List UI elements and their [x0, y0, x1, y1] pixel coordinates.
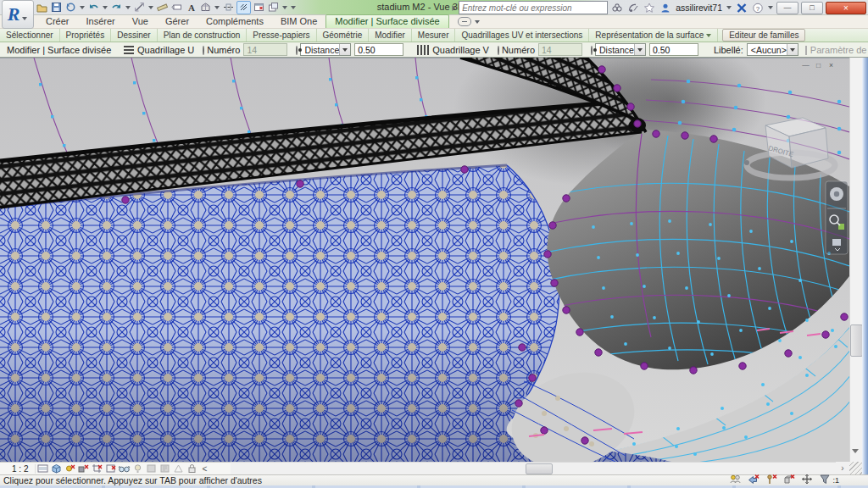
tab-bim-one[interactable]: BIM One: [272, 15, 326, 28]
ribbon-tab-bar: Créer Insérer Vue Gérer Compléments BIM …: [0, 15, 868, 29]
minimize-button[interactable]: —: [776, 2, 798, 14]
tag-icon[interactable]: [170, 2, 183, 14]
grid-v-distance-select[interactable]: Distance: [595, 43, 646, 56]
3d-viewport[interactable]: DROITE: [0, 58, 849, 462]
sync-dropdown-icon[interactable]: [80, 6, 85, 9]
panel-geometrie[interactable]: Géométrie: [317, 29, 370, 42]
svg-text:?: ?: [756, 4, 760, 12]
favorites-icon[interactable]: [643, 2, 656, 14]
panel-plan-de-construction[interactable]: Plan de construction: [158, 29, 248, 42]
panel-modifier[interactable]: Modifier: [369, 29, 412, 42]
section-icon[interactable]: [222, 2, 235, 14]
grid-u-distance-input[interactable]: [354, 43, 403, 56]
svg-text:A: A: [188, 3, 195, 13]
grid-v-distance-input[interactable]: [649, 43, 698, 56]
close-button[interactable]: ×: [826, 2, 866, 14]
username-dropdown-icon[interactable]: [726, 6, 732, 9]
panel-presse-papiers[interactable]: Presse-papiers: [247, 29, 316, 42]
horizontal-scrollbar-thumb[interactable]: [526, 463, 553, 474]
tab-inserer[interactable]: Insérer: [78, 15, 124, 28]
dimension-dropdown-icon[interactable]: [148, 6, 153, 9]
detail-level-icon[interactable]: [36, 463, 49, 474]
sync-icon[interactable]: [64, 2, 77, 14]
switch-windows-dropdown-icon[interactable]: [282, 6, 287, 9]
save-icon[interactable]: [50, 2, 63, 14]
panel-dessiner[interactable]: Dessiner: [111, 29, 157, 42]
grid-u-numero-input[interactable]: [243, 43, 287, 56]
ribbon-state-dropdown-icon[interactable]: [475, 20, 480, 24]
text-icon[interactable]: A: [185, 2, 198, 14]
communication-center-icon[interactable]: [626, 2, 640, 14]
search-input[interactable]: [459, 1, 608, 14]
undo-icon[interactable]: [87, 2, 100, 14]
a360-icon[interactable]: [735, 2, 748, 14]
search-expand-icon[interactable]: [451, 4, 457, 12]
help-dropdown-icon[interactable]: [768, 6, 773, 9]
grid-u-distance-select[interactable]: Distance: [300, 43, 351, 56]
minimize-ribbon-icon[interactable]: [458, 17, 471, 26]
libelle-select[interactable]: <Aucun>: [747, 43, 798, 56]
vertical-scrollbar-thumb[interactable]: [850, 324, 863, 357]
username-label[interactable]: assilirevit71: [676, 3, 722, 13]
panel-editeur-familles[interactable]: Editeur de familles: [722, 29, 805, 42]
reveal-constraints-icon[interactable]: [185, 463, 198, 474]
measure-icon[interactable]: [156, 2, 169, 14]
open-icon[interactable]: [36, 2, 48, 14]
tab-modifier-surface-divisee[interactable]: Modifier | Surface divisée: [326, 14, 448, 28]
tab-gerer[interactable]: Gérer: [157, 15, 198, 28]
grid-v-distance-radio[interactable]: [591, 46, 593, 55]
panel-selectionner[interactable]: Sélectionner: [0, 29, 60, 42]
analytical-model-icon[interactable]: [171, 463, 185, 474]
collapse-view-bar-icon[interactable]: <: [198, 464, 210, 474]
temporary-view-properties-icon[interactable]: [158, 463, 171, 474]
sign-in-icon[interactable]: [659, 2, 672, 14]
crop-view-icon[interactable]: [90, 463, 103, 474]
tab-complements[interactable]: Compléments: [198, 15, 272, 28]
panel-proprietes[interactable]: Propriétés: [60, 29, 112, 42]
view-close-button[interactable]: ×: [826, 60, 837, 69]
redo-icon[interactable]: [110, 2, 123, 14]
grid-u-numero-radio[interactable]: [203, 46, 204, 55]
grid-u-distance-radio[interactable]: [296, 46, 298, 55]
panel-representation-surface[interactable]: Représentation de la surface: [589, 29, 718, 42]
customize-qat-icon[interactable]: [291, 6, 296, 9]
crop-region-icon[interactable]: [103, 463, 117, 474]
reveal-hidden-icon[interactable]: [131, 463, 144, 474]
tab-vue[interactable]: Vue: [124, 15, 157, 28]
scale-button[interactable]: 1 : 2: [0, 464, 36, 474]
shadows-icon[interactable]: [76, 463, 90, 474]
application-menu-button[interactable]: R: [2, 0, 34, 29]
visual-style-icon[interactable]: [49, 463, 63, 474]
switch-windows-icon[interactable]: [267, 2, 280, 14]
view-minimize-button[interactable]: —: [800, 60, 811, 69]
help-icon[interactable]: ?: [751, 2, 765, 14]
default-3d-view-icon[interactable]: [199, 2, 212, 14]
temporary-hide-isolate-icon[interactable]: [117, 463, 131, 474]
grid-v-numero-input[interactable]: [538, 43, 582, 56]
navigation-bar[interactable]: [826, 181, 848, 254]
grid-v-numero-radio[interactable]: [498, 46, 499, 55]
view-restore-button[interactable]: □: [813, 60, 824, 69]
3d-model-view: DROITE: [0, 58, 849, 462]
scroll-right-icon[interactable]: ›: [836, 462, 849, 474]
vertical-scrollbar[interactable]: [849, 58, 862, 462]
thin-lines-icon[interactable]: [236, 1, 251, 14]
undo-dropdown-icon[interactable]: [103, 6, 108, 9]
scroll-down-icon[interactable]: [852, 449, 859, 453]
aligned-dimension-icon[interactable]: [133, 2, 146, 14]
panel-quadrillages-uv[interactable]: Quadrillages UV et intersections: [455, 29, 589, 42]
restore-button[interactable]: □: [801, 2, 823, 14]
selection-count-badge: :1: [832, 476, 839, 485]
sun-path-icon[interactable]: [63, 463, 76, 474]
search-icon[interactable]: [610, 2, 624, 14]
instance-param-checkbox[interactable]: [805, 46, 807, 55]
resize-grip[interactable]: [849, 462, 862, 474]
redo-dropdown-icon[interactable]: [125, 6, 131, 9]
title-bar: A stadium M2 - Vue 3D: {3D} assilirevit7…: [0, 0, 868, 15]
close-hidden-windows-icon[interactable]: [253, 2, 265, 14]
steering-wheel-icon[interactable]: [830, 187, 843, 201]
worksharing-display-icon[interactable]: [144, 463, 158, 474]
3d-view-dropdown-icon[interactable]: [214, 6, 220, 9]
tab-creer[interactable]: Créer: [37, 15, 78, 28]
panel-mesurer[interactable]: Mesurer: [412, 29, 456, 42]
